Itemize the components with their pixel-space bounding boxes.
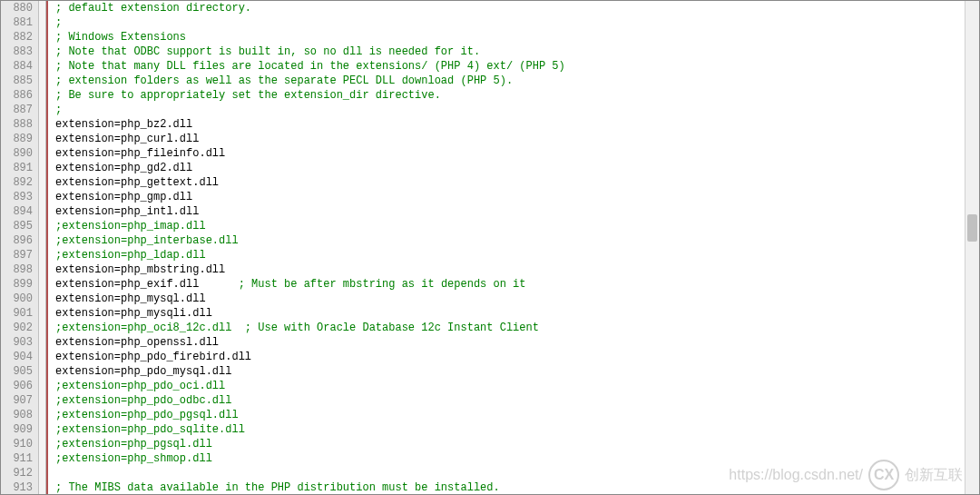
line-number: 900 [5,292,33,306]
line-number: 887 [5,103,33,117]
line-number: 891 [5,161,33,175]
code-line[interactable]: ; Note that ODBC support is built in, so… [55,45,979,59]
code-line[interactable]: ; [55,103,979,117]
code-line[interactable]: ;extension=php_imap.dll [55,219,979,233]
line-number: 893 [5,190,33,204]
line-number: 909 [5,422,33,437]
code-line[interactable]: extension=php_gettext.dll [55,175,979,190]
code-line[interactable]: extension=php_fileinfo.dll [55,146,979,161]
code-line[interactable]: ;extension=php_ldap.dll [55,248,979,262]
line-number: 904 [5,350,33,364]
line-number: 903 [5,335,33,350]
line-number: 897 [5,248,33,262]
line-number: 912 [5,466,33,480]
code-line[interactable]: ;extension=php_oci8_12c.dll ; Use with O… [55,321,979,335]
line-number: 881 [5,15,33,30]
line-number: 888 [5,117,33,132]
line-number: 889 [5,132,33,146]
code-content[interactable]: ; default extension directory.;; Windows… [48,1,979,494]
code-line[interactable]: ; [55,15,979,30]
code-line[interactable]: extension=php_gd2.dll [55,161,979,175]
line-number: 913 [5,480,33,495]
code-line[interactable]: ;extension=php_pdo_pgsql.dll [55,408,979,422]
line-number: 885 [5,74,33,88]
code-line[interactable]: ;extension=php_interbase.dll [55,233,979,248]
code-line[interactable]: extension=php_intl.dll [55,204,979,219]
line-number: 910 [5,437,33,451]
scrollbar-thumb[interactable] [967,214,977,242]
code-line[interactable]: extension=php_bz2.dll [55,117,979,132]
code-line[interactable]: ; Be sure to appropriately set the exten… [55,88,979,103]
code-line[interactable]: ;extension=php_pdo_odbc.dll [55,393,979,408]
code-line[interactable]: extension=php_exif.dll ; Must be after m… [55,277,979,292]
code-line[interactable]: ; default extension directory. [55,1,979,15]
line-number: 883 [5,45,33,59]
vertical-scrollbar[interactable] [965,1,979,494]
line-number: 892 [5,175,33,190]
code-line[interactable]: ;extension=php_shmop.dll [55,451,979,466]
line-number: 886 [5,88,33,103]
line-number: 906 [5,379,33,393]
code-line[interactable]: ; Windows Extensions [55,30,979,45]
line-number: 880 [5,1,33,15]
line-number: 882 [5,30,33,45]
line-number: 898 [5,262,33,277]
line-number: 908 [5,408,33,422]
code-line[interactable]: ;extension=php_pgsql.dll [55,437,979,451]
line-number: 905 [5,364,33,379]
line-number: 907 [5,393,33,408]
line-number: 899 [5,277,33,292]
line-number: 911 [5,451,33,466]
code-line[interactable]: extension=php_pdo_firebird.dll [55,350,979,364]
line-number: 895 [5,219,33,233]
line-number-gutter: 8808818828838848858868878888898908918928… [1,1,39,494]
line-number: 890 [5,146,33,161]
line-number: 896 [5,233,33,248]
line-number: 884 [5,59,33,74]
code-line[interactable]: extension=php_gmp.dll [55,190,979,204]
fold-margin [39,1,46,494]
code-line[interactable]: ; Note that many DLL files are located i… [55,59,979,74]
code-line[interactable]: ;extension=php_pdo_oci.dll [55,379,979,393]
line-number: 902 [5,321,33,335]
code-line[interactable]: extension=php_openssl.dll [55,335,979,350]
code-line[interactable]: extension=php_mysqli.dll [55,306,979,321]
code-line[interactable]: ; The MIBS data available in the PHP dis… [55,480,979,494]
code-line[interactable]: extension=php_mbstring.dll [55,262,979,277]
code-line[interactable]: extension=php_mysql.dll [55,292,979,306]
line-number: 894 [5,204,33,219]
code-line[interactable]: extension=php_curl.dll [55,132,979,146]
code-line[interactable]: ;extension=php_pdo_sqlite.dll [55,422,979,437]
code-line[interactable]: extension=php_pdo_mysql.dll [55,364,979,379]
code-line[interactable]: ; extension folders as well as the separ… [55,74,979,88]
line-number: 901 [5,306,33,321]
code-editor[interactable]: 8808818828838848858868878888898908918928… [1,1,979,494]
code-line[interactable] [55,466,979,480]
